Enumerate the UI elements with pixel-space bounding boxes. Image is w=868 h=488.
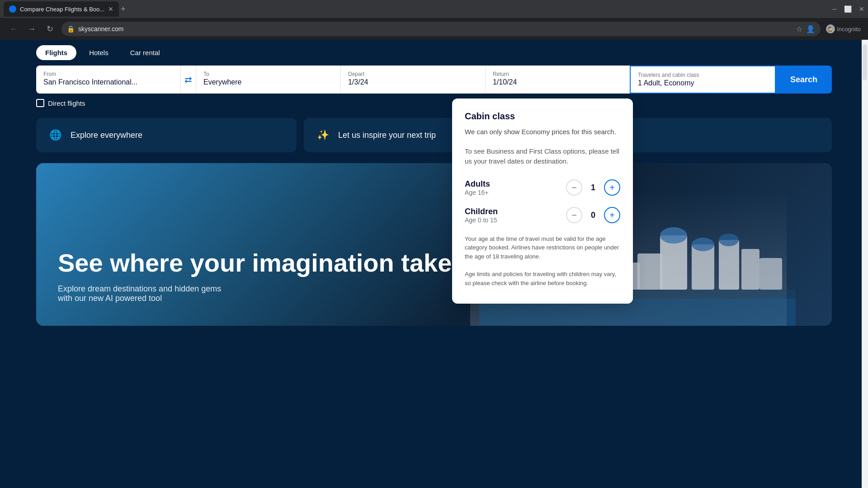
adults-count: 1 (588, 183, 599, 192)
search-button[interactable]: Search (776, 66, 832, 94)
address-bar[interactable]: 🔒 skyscanner.com ☆ 👤 (61, 22, 821, 36)
tab-car-rental[interactable]: Car rental (121, 45, 169, 60)
browser-addressbar: ← → ↻ 🔒 skyscanner.com ☆ 👤 🕵 Incognito (0, 18, 868, 40)
svg-rect-4 (637, 253, 662, 290)
page: Flights Hotels Car rental From San Franc… (0, 40, 868, 488)
svg-rect-5 (719, 240, 739, 290)
from-field[interactable]: From San Francisco International... (36, 66, 180, 94)
to-field[interactable]: To Everywhere (196, 66, 340, 94)
depart-field[interactable]: Depart 1/3/24 (340, 66, 485, 94)
profile-icon[interactable]: 👤 (806, 25, 815, 33)
travelers-field[interactable]: Travelers and cabin class 1 Adult, Econo… (630, 66, 776, 94)
tab-hotels[interactable]: Hotels (80, 45, 118, 60)
maximize-button[interactable]: ⬜ (844, 5, 852, 13)
reload-button[interactable]: ↻ (43, 23, 56, 35)
explore-everywhere-card[interactable]: 🌐 Explore everywhere (36, 118, 297, 152)
tab-favicon (9, 5, 16, 13)
to-value: Everywhere (203, 78, 241, 86)
age-notice-1: Your age at the time of travel must be v… (465, 235, 620, 261)
incognito-icon: 🕵 (826, 24, 835, 33)
tab-flights[interactable]: Flights (36, 45, 76, 60)
lock-icon: 🔒 (67, 25, 75, 33)
direct-flights-label: Direct flights (48, 99, 85, 107)
depart-label: Depart (348, 71, 478, 77)
adults-counter: − 1 + (566, 179, 620, 196)
bookmark-icon[interactable]: ☆ (796, 25, 802, 33)
hero-subtitle: Explore dream destinations and hidden ge… (58, 284, 230, 303)
inspire-trip-label: Let us inspire your next trip (338, 131, 436, 140)
travelers-label: Travelers and cabin class (638, 72, 768, 78)
hero-section: See where your imagination takes you Exp… (36, 163, 832, 326)
page-scrollbar[interactable] (862, 40, 868, 488)
children-count: 0 (588, 211, 599, 220)
adults-decrement-button[interactable]: − (566, 179, 582, 196)
svg-point-6 (719, 234, 739, 246)
children-counter: − 0 + (566, 207, 620, 223)
children-info: Children Age 0 to 15 (465, 207, 566, 224)
globe-icon: 🌐 (47, 127, 63, 143)
children-increment-button[interactable]: + (604, 207, 620, 223)
browser-titlebar: Compare Cheap Flights & Boo... ✕ + ─ ⬜ ✕ (0, 0, 868, 18)
incognito-badge: 🕵 Incognito (826, 24, 861, 33)
cabin-class-title: Cabin class (465, 111, 620, 122)
age-notice-2: Age limits and policies for traveling wi… (465, 270, 620, 287)
forward-button[interactable]: → (25, 23, 38, 35)
direct-flights-row[interactable]: Direct flights (36, 99, 832, 107)
tab-close-button[interactable]: ✕ (108, 5, 113, 13)
back-button[interactable]: ← (7, 23, 20, 35)
hero-title: See where your imagination takes you (58, 249, 518, 277)
close-window-button[interactable]: ✕ (859, 5, 864, 13)
children-label: Children (465, 207, 566, 216)
scrollbar-thumb[interactable] (863, 44, 867, 80)
sparkle-icon: ✨ (315, 127, 331, 143)
explore-everywhere-label: Explore everywhere (71, 131, 142, 140)
adults-row: Adults Age 16+ − 1 + (465, 179, 620, 196)
browser-tab[interactable]: Compare Cheap Flights & Boo... ✕ (4, 1, 119, 17)
popup-scroll-area[interactable]: Cabin class We can only show Economy pri… (452, 99, 633, 304)
depart-value: 1/3/24 (348, 78, 368, 86)
nav-tabs: Flights Hotels Car rental (0, 40, 868, 60)
travelers-value: 1 Adult, Economy (638, 79, 694, 87)
tab-title: Compare Cheap Flights & Boo... (20, 6, 104, 13)
return-label: Return (493, 71, 623, 77)
children-decrement-button[interactable]: − (566, 207, 582, 223)
children-row: Children Age 0 to 15 − 0 + (465, 207, 620, 224)
hero-content: See where your imagination takes you Exp… (58, 249, 518, 303)
to-label: To (203, 71, 333, 77)
minimize-button[interactable]: ─ (832, 5, 837, 13)
swap-button[interactable]: ⇄ (180, 66, 196, 94)
address-bar-actions: ☆ 👤 (796, 25, 815, 33)
svg-point-1 (660, 227, 687, 244)
new-tab-button[interactable]: + (121, 5, 126, 14)
search-bar: From San Francisco International... ⇄ To… (36, 66, 832, 94)
direct-flights-checkbox[interactable] (36, 99, 44, 107)
window-controls: ─ ⬜ ✕ (832, 5, 864, 13)
cabin-class-secondary: To see Business and First Class options,… (465, 146, 620, 167)
svg-point-3 (692, 238, 714, 251)
url-display: skyscanner.com (78, 25, 123, 33)
travelers-popup: Cabin class We can only show Economy pri… (452, 99, 633, 304)
from-value: San Francisco International... (43, 78, 137, 86)
feature-cards: 🌐 Explore everywhere ✨ Let us inspire yo… (36, 118, 832, 152)
adults-info: Adults Age 16+ (465, 179, 566, 196)
svg-rect-8 (741, 249, 760, 290)
cabin-class-info: We can only show Economy prices for this… (465, 127, 620, 137)
return-value: 1/10/24 (493, 78, 517, 86)
incognito-label: Incognito (837, 26, 861, 33)
children-age: Age 0 to 15 (465, 216, 566, 224)
from-label: From (43, 71, 173, 77)
adults-label: Adults (465, 179, 566, 189)
adults-age: Age 16+ (465, 189, 566, 196)
return-field[interactable]: Return 1/10/24 (485, 66, 630, 94)
svg-rect-11 (760, 258, 782, 290)
adults-increment-button[interactable]: + (604, 179, 620, 196)
